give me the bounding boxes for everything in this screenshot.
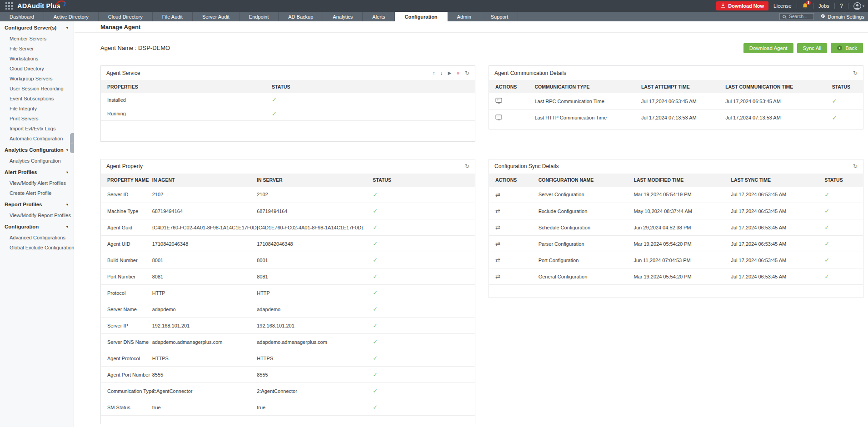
global-search[interactable] [779, 13, 814, 20]
cell-name: Exclude Configuration [532, 203, 628, 219]
sync-arrows-icon[interactable]: ⇄ [495, 240, 500, 247]
sync-all-button[interactable]: Sync All [797, 43, 828, 53]
tab-active-directory[interactable]: Active Directory [44, 12, 99, 21]
sidebar-item-file-server[interactable]: File Server [0, 44, 74, 54]
download-now-button[interactable]: Download Now [716, 1, 768, 10]
cell-synced: Jul 17,2024 06:53:45 AM [724, 187, 818, 203]
sync-arrows-icon[interactable]: ⇄ [495, 224, 500, 231]
refresh-icon[interactable]: ↻ [853, 164, 858, 169]
license-link[interactable]: License [773, 3, 792, 9]
cell-in_agent: 8555 [146, 367, 250, 383]
panel-footer [101, 416, 475, 424]
tab-server-audit[interactable]: Server Audit [193, 12, 239, 21]
service-start-up-icon[interactable]: ↑ [432, 70, 435, 76]
status-ok-check-icon: ✓ [832, 98, 837, 104]
sidebar-item-import-evt-evtx-logs[interactable]: Import Evt/Evtx Logs [0, 124, 74, 134]
cell-name: Port Number [101, 268, 146, 285]
chevron-down-icon: ▾ [66, 25, 68, 30]
monitor-icon[interactable] [495, 114, 502, 120]
refresh-icon[interactable]: ↻ [853, 70, 858, 76]
column-header-in-server: IN SERVER [250, 174, 366, 187]
back-button[interactable]: Back [831, 43, 863, 53]
monitor-icon[interactable] [495, 98, 502, 104]
tab-admin[interactable]: Admin [448, 12, 481, 21]
sidebar-collapse-handle[interactable]: ‹ [70, 133, 74, 153]
refresh-icon[interactable]: ↻ [465, 164, 469, 169]
sidebar-item-view-modify-report-profiles[interactable]: View/Modify Report Profiles [0, 210, 74, 220]
cell-name: Agent Protocol [101, 350, 146, 367]
cell-in_server: 8081 [250, 268, 366, 285]
tab-configuration[interactable]: Configuration [395, 12, 447, 21]
cell-in_agent: 2:AgentConnector [146, 383, 250, 399]
cell-property: Installed [101, 93, 265, 107]
sidebar-item-workgroup-servers[interactable]: Workgroup Servers [0, 74, 74, 84]
tab-ad-backup[interactable]: AD Backup [279, 12, 323, 21]
cell-type: Last HTTP Communication Time [528, 109, 635, 126]
tab-dashboard[interactable]: Dashboard [0, 12, 44, 21]
app-grid-icon[interactable] [5, 2, 13, 10]
sidebar-item-member-servers[interactable]: Member Servers [0, 34, 74, 44]
refresh-icon[interactable]: ↻ [465, 70, 469, 76]
status-ok-check-icon: ✓ [824, 257, 829, 263]
sidebar-section-report-profiles[interactable]: Report Profiles▾ [0, 198, 74, 210]
tab-analytics[interactable]: Analytics [323, 12, 363, 21]
sidebar-item-file-integrity[interactable]: File Integrity [0, 104, 74, 114]
service-stop-down-icon[interactable]: ↓ [440, 70, 443, 76]
sidebar-item-create-alert-profile[interactable]: Create Alert Profile [0, 188, 74, 198]
search-input[interactable] [789, 14, 811, 19]
topbar: ADAudit Plus Download Now License 3 Jobs… [0, 0, 868, 12]
sidebar-item-cloud-directory[interactable]: Cloud Directory [0, 64, 74, 74]
sidebar-section-analytics-configuration[interactable]: Analytics Configuration▾ [0, 144, 74, 156]
cell-action: ⇄ [489, 236, 532, 252]
domain-settings-button[interactable]: Domain Settings [820, 14, 864, 20]
download-agent-button[interactable]: Download Agent [743, 43, 793, 53]
table-row: Server Nameadapdemoadapdemo✓ [101, 301, 475, 318]
sidebar-item-view-modify-alert-profiles[interactable]: View/Modify Alert Profiles [0, 178, 74, 188]
tab-support[interactable]: Support [481, 12, 519, 21]
cell-in_server: 8001 [250, 252, 366, 268]
play-icon[interactable]: ▶ [448, 71, 451, 75]
sidebar-item-analytics-configuration[interactable]: Analytics Configuration [0, 156, 74, 166]
sidebar-item-automatic-configuration[interactable]: Automatic Configuration [0, 134, 74, 144]
column-header-last-modified-time: LAST MODIFIED TIME [628, 174, 725, 187]
column-header-properties: PROPERTIES [101, 80, 265, 93]
sidebar-section-configuration[interactable]: Configuration▾ [0, 220, 74, 233]
tab-cloud-directory[interactable]: Cloud Directory [99, 12, 153, 21]
column-header-status: STATUS [265, 80, 475, 93]
help-icon[interactable]: ? [840, 3, 843, 9]
status-ok-check-icon: ✓ [824, 273, 829, 280]
tab-alerts[interactable]: Alerts [363, 12, 395, 21]
cell-name: Machine Type [101, 203, 146, 219]
sync-arrows-icon[interactable]: ⇄ [495, 273, 500, 280]
cell-status: ✓ [366, 268, 475, 285]
sidebar-item-event-subscriptions[interactable]: Event Subscriptions [0, 94, 74, 104]
sidebar-item-print-servers[interactable]: Print Servers [0, 114, 74, 124]
stop-icon[interactable]: ● [456, 70, 460, 76]
sidebar-item-global-exclude-configuration[interactable]: Global Exclude Configuration [0, 243, 74, 253]
sync-arrows-icon[interactable]: ⇄ [495, 257, 500, 263]
tab-file-audit[interactable]: File Audit [153, 12, 193, 21]
sync-all-label: Sync All [803, 45, 822, 51]
sidebar-section-alert-profiles[interactable]: Alert Profiles▾ [0, 166, 74, 178]
status-ok-check-icon: ✓ [373, 306, 378, 313]
tab-endpoint[interactable]: Endpoint [239, 12, 279, 21]
cell-name: Server Configuration [532, 187, 628, 203]
sidebar-item-advanced-configurations[interactable]: Advanced Configurations [0, 233, 74, 243]
sync-arrows-icon[interactable]: ⇄ [495, 208, 500, 214]
cell-synced: Jul 17,2024 06:53:45 AM [724, 203, 818, 219]
product-logo[interactable]: ADAudit Plus [17, 2, 60, 10]
status-ok-check-icon: ✓ [373, 289, 378, 296]
cell-status: ✓ [366, 334, 475, 350]
user-account-menu[interactable]: ▾ [853, 2, 864, 10]
cell-name: Build Number [101, 252, 146, 268]
sync-arrows-icon[interactable]: ⇄ [495, 191, 500, 198]
sidebar-section-configured-server-s[interactable]: Configured Server(s)▾ [0, 21, 74, 34]
cell-status: ✓ [366, 203, 475, 219]
sidebar-item-user-session-recording[interactable]: User Session Recording [0, 84, 74, 94]
cell-status: ✓ [366, 350, 475, 367]
status-ok-check-icon: ✓ [373, 371, 378, 378]
jobs-link[interactable]: Jobs [818, 3, 829, 9]
notifications-bell-icon[interactable]: 3 [802, 3, 808, 9]
sidebar-item-workstations[interactable]: Workstations [0, 54, 74, 64]
cell-in_agent: HTTP [146, 285, 250, 301]
